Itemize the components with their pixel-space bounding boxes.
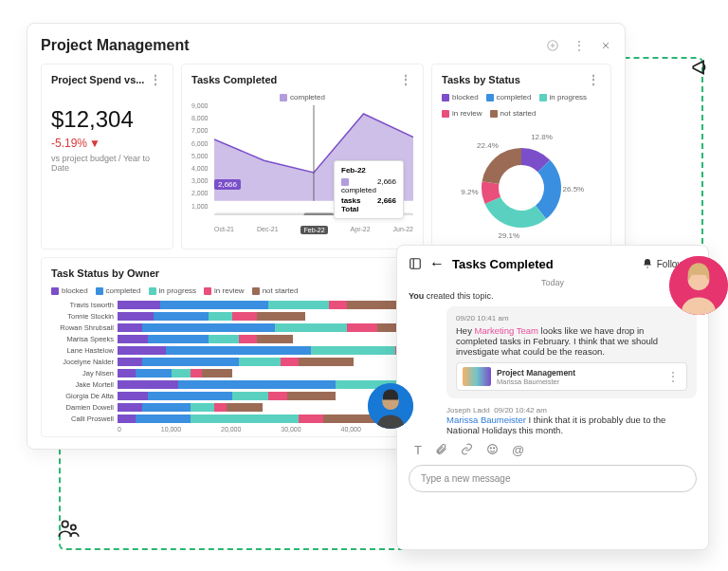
- bar-segment: [142, 403, 191, 412]
- owner-label: Jocelyne Nalder: [51, 358, 114, 366]
- donut-slice-label: 26.5%: [563, 185, 585, 193]
- svg-point-6: [488, 445, 498, 454]
- dashboard-embed[interactable]: Project Management Marissa Baumeister ⋮: [456, 362, 687, 391]
- bar-segment: [275, 323, 348, 332]
- scrollbar-thumb: [304, 212, 335, 214]
- y-tick: 3,000: [191, 177, 209, 184]
- svg-point-8: [494, 448, 495, 449]
- owner-label: Damien Dowell: [51, 403, 114, 412]
- date-separator: Today: [409, 278, 697, 287]
- text-format-icon[interactable]: T: [414, 443, 422, 457]
- area-chart[interactable]: 1,0002,0003,0004,0005,0006,0007,0008,000…: [191, 105, 413, 234]
- tasks-completed-card: Tasks Completed ⋮ completed 1,0002,0003,…: [181, 64, 424, 249]
- bar-segment: [268, 301, 329, 309]
- bar-segment: [118, 323, 142, 332]
- bar-segment: [118, 392, 148, 400]
- owner-label: Lane Hastelow: [51, 346, 114, 355]
- legend-item: not started: [252, 286, 299, 295]
- svg-point-7: [490, 448, 491, 449]
- donut-slice[interactable]: [482, 148, 521, 184]
- donut-slice-label: 29.1%: [498, 231, 519, 240]
- card-more-icon[interactable]: ⋮: [587, 72, 601, 87]
- mention-icon[interactable]: @: [512, 443, 524, 457]
- bar-segment: [136, 414, 190, 423]
- x-tick: Oct-21: [214, 226, 234, 234]
- message-timestamp: 09/20 10:42 am: [494, 406, 547, 414]
- y-tick: 7,000: [191, 127, 209, 134]
- donut-chart[interactable]: 12.8%26.5%29.1%9.2%22.4%: [450, 121, 592, 245]
- donut-slice-label: 12.8%: [531, 133, 553, 141]
- embed-title: Project Management: [497, 368, 575, 378]
- bar-segment: [118, 380, 178, 389]
- panel-icon[interactable]: [409, 257, 422, 270]
- message-2: Joseph Ladd 09/20 10:42 am Marissa Baume…: [446, 406, 697, 435]
- bar-segment: [239, 335, 257, 343]
- bar-segment: [287, 392, 336, 400]
- back-icon[interactable]: ←: [429, 255, 445, 272]
- card-title: Project Spend vs...: [51, 74, 144, 85]
- mention-link[interactable]: Marissa Baumeister: [446, 414, 526, 425]
- bar-segment: [154, 312, 208, 321]
- bar-segment: [142, 358, 239, 366]
- bar-segment: [214, 403, 227, 412]
- bar-segment: [118, 335, 148, 343]
- donut-slice[interactable]: [485, 197, 547, 228]
- bar-segment: [148, 335, 209, 343]
- legend-item: completed: [96, 286, 141, 295]
- legend-item: in progress: [539, 93, 588, 101]
- tooltip-total-value: 2,666: [377, 196, 396, 213]
- embed-more-icon[interactable]: ⋮: [666, 369, 681, 384]
- dashboard-more-icon[interactable]: ⋮: [573, 38, 587, 53]
- bar-segment: [136, 369, 172, 378]
- card-title: Task Status by Owner: [51, 267, 159, 279]
- tooltip-total-label: tasks Total: [341, 196, 377, 213]
- bar-segment: [142, 323, 275, 332]
- y-tick: 5,000: [191, 152, 209, 158]
- attachment-icon[interactable]: [435, 443, 447, 457]
- you-label: You: [409, 291, 424, 301]
- chat-title: Tasks Completed: [452, 257, 554, 271]
- bar-segment: [268, 392, 286, 400]
- spend-delta: -5.19% ▼: [51, 137, 163, 150]
- card-more-icon[interactable]: ⋮: [149, 72, 163, 87]
- legend-item: completed: [280, 93, 325, 101]
- share-icon[interactable]: [546, 39, 559, 52]
- link-icon[interactable]: [461, 443, 473, 457]
- tooltip-title: Feb-22: [341, 166, 396, 175]
- bell-icon: [642, 258, 653, 269]
- legend-item: in progress: [149, 286, 197, 295]
- created-rest: created this topic.: [424, 291, 493, 301]
- bar-segment: [191, 403, 215, 412]
- bar-segment: [118, 369, 136, 378]
- avatar-marissa: [669, 256, 728, 315]
- tooltip-series-label: completed: [341, 186, 376, 194]
- owner-label: Giorgia De Atta: [51, 392, 114, 400]
- owner-label: Tonnie Stockin: [51, 312, 114, 321]
- avatar-joseph: [368, 383, 413, 429]
- bar-segment: [209, 312, 233, 321]
- emoji-icon[interactable]: [486, 443, 499, 457]
- embed-thumbnail-icon: [463, 367, 491, 386]
- bar-segment: [160, 301, 269, 309]
- bar-segment: [118, 312, 154, 321]
- svg-point-1: [71, 525, 76, 529]
- compose-input[interactable]: Type a new message: [409, 465, 697, 492]
- x-tick: Jun-22: [393, 226, 413, 234]
- donut-slice-label: 9.2%: [461, 188, 478, 196]
- legend-item: in review: [204, 286, 245, 295]
- close-icon[interactable]: [600, 40, 611, 51]
- x-tick: 20,000: [221, 426, 241, 433]
- bar-segment: [178, 380, 336, 389]
- spend-subtitle: vs project budget / Year to Date: [51, 154, 163, 173]
- x-tick: Dec-21: [257, 226, 279, 234]
- owner-label: Travis Isworth: [51, 301, 114, 309]
- mention-link[interactable]: Marketing Team: [475, 325, 538, 336]
- bar-segment: [209, 335, 239, 343]
- card-more-icon[interactable]: ⋮: [399, 72, 413, 87]
- y-tick: 9,000: [191, 102, 209, 109]
- message-1: 09/20 10:41 am Hey Marketing Team looks …: [446, 306, 697, 398]
- owner-label: Jake Mortell: [51, 380, 114, 389]
- bar-segment: [148, 392, 232, 400]
- bar-segment: [299, 414, 323, 423]
- x-tick: Feb-22: [300, 226, 327, 234]
